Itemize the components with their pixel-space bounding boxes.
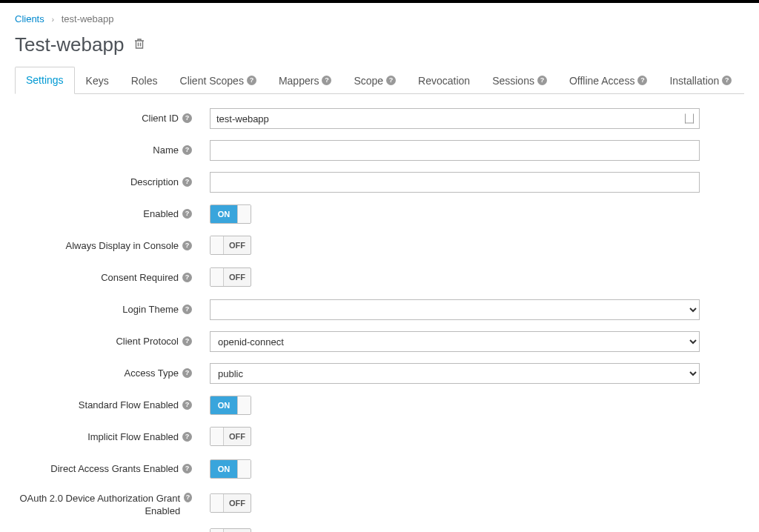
tab-settings[interactable]: Settings xyxy=(15,67,75,94)
help-icon[interactable]: ? xyxy=(182,400,192,410)
help-icon[interactable]: ? xyxy=(182,432,192,442)
help-icon[interactable]: ? xyxy=(182,305,192,314)
tab-roles[interactable]: Roles xyxy=(120,67,169,94)
help-icon[interactable]: ? xyxy=(182,336,192,346)
tab-scope[interactable]: Scope? xyxy=(342,67,407,94)
toggle-knob xyxy=(237,396,251,414)
help-icon[interactable]: ? xyxy=(182,113,192,123)
page-header: Test-webapp xyxy=(15,33,744,56)
login-theme-select[interactable] xyxy=(210,299,700,320)
toggle-label: ON xyxy=(211,396,237,414)
breadcrumb-parent-link[interactable]: Clients xyxy=(15,13,44,24)
access-type-select[interactable]: publicconfidentialbearer-only xyxy=(210,363,700,384)
tab-installation[interactable]: Installation? xyxy=(658,67,743,94)
help-icon[interactable]: ? xyxy=(637,76,647,85)
toggle-label: OFF xyxy=(224,236,251,254)
toggle-knob xyxy=(211,494,224,512)
description-label: Description xyxy=(130,176,179,189)
tab-label: Offline Access xyxy=(569,75,634,87)
help-icon[interactable]: ? xyxy=(322,76,331,85)
tab-label: Settings xyxy=(26,74,64,86)
client-protocol-label: Client Protocol xyxy=(116,336,179,348)
toggle-knob xyxy=(237,205,251,223)
tab-revocation[interactable]: Revocation xyxy=(407,67,481,94)
direct-access-toggle[interactable]: ON xyxy=(210,459,251,479)
toggle-knob xyxy=(211,268,224,286)
client-id-label: Client ID xyxy=(142,113,179,125)
standard-flow-label: Standard Flow Enabled xyxy=(79,399,179,412)
tab-label: Roles xyxy=(131,75,158,87)
tab-label: Mappers xyxy=(279,75,319,87)
standard-flow-toggle[interactable]: ON xyxy=(210,396,251,415)
trash-icon[interactable] xyxy=(134,38,145,53)
toggle-label: OFF xyxy=(224,268,251,286)
help-icon[interactable]: ? xyxy=(386,76,396,85)
help-icon[interactable]: ? xyxy=(182,177,192,187)
implicit-flow-label: Implicit Flow Enabled xyxy=(87,431,179,444)
help-icon[interactable]: ? xyxy=(182,368,192,378)
always-display-toggle[interactable]: OFF xyxy=(210,236,251,255)
settings-form: Client ID ? Name ? Description ? xyxy=(15,107,744,532)
help-icon[interactable]: ? xyxy=(182,241,192,250)
toggle-knob xyxy=(211,236,224,254)
breadcrumb-current: test-webapp xyxy=(62,13,114,24)
tab-label: Client Scopes xyxy=(180,75,244,87)
help-icon[interactable]: ? xyxy=(184,493,192,502)
page-title: Test-webapp xyxy=(15,33,124,56)
direct-access-label: Direct Access Grants Enabled xyxy=(50,463,179,476)
front-channel-logout-toggle[interactable]: OFF xyxy=(210,528,251,532)
tab-mappers[interactable]: Mappers? xyxy=(268,67,342,94)
toggle-knob xyxy=(237,460,251,478)
client-protocol-select[interactable]: openid-connectsaml xyxy=(210,331,700,352)
implicit-flow-toggle[interactable]: OFF xyxy=(210,427,251,446)
description-input[interactable] xyxy=(210,172,700,193)
help-icon[interactable]: ? xyxy=(182,145,192,155)
toggle-label: OFF xyxy=(224,529,251,532)
access-type-label: Access Type xyxy=(125,368,179,380)
name-input[interactable] xyxy=(210,140,700,161)
always-display-label: Always Display in Console xyxy=(66,240,179,253)
help-icon[interactable]: ? xyxy=(722,76,732,85)
tab-client-scopes[interactable]: Client Scopes? xyxy=(169,67,268,94)
help-icon[interactable]: ? xyxy=(182,273,192,282)
login-theme-label: Login Theme xyxy=(122,304,179,316)
toggle-label: ON xyxy=(211,460,237,478)
tab-label: Sessions xyxy=(492,75,534,87)
enabled-toggle[interactable]: ON xyxy=(210,205,251,224)
help-icon[interactable]: ? xyxy=(182,209,192,219)
toggle-label: ON xyxy=(211,205,237,223)
tab-sessions[interactable]: Sessions? xyxy=(481,67,558,94)
toggle-label: OFF xyxy=(224,494,251,512)
tabs: SettingsKeysRolesClient Scopes?Mappers?S… xyxy=(15,67,744,94)
toggle-knob xyxy=(211,428,224,445)
tab-offline-access[interactable]: Offline Access? xyxy=(558,67,658,94)
help-icon[interactable]: ? xyxy=(537,76,547,85)
name-label: Name xyxy=(153,144,179,157)
tab-label: Revocation xyxy=(418,75,470,87)
breadcrumb-separator: › xyxy=(51,15,54,24)
toggle-label: OFF xyxy=(224,428,251,445)
consent-required-toggle[interactable]: OFF xyxy=(210,267,251,287)
tab-label: Keys xyxy=(86,75,109,87)
tab-label: Scope xyxy=(354,75,383,87)
oauth2-device-toggle[interactable]: OFF xyxy=(210,493,251,513)
enabled-label: Enabled xyxy=(143,208,179,221)
help-icon[interactable]: ? xyxy=(247,76,256,85)
tab-label: Installation xyxy=(669,75,719,87)
help-icon[interactable]: ? xyxy=(182,464,192,473)
tab-keys[interactable]: Keys xyxy=(75,67,120,94)
client-id-input[interactable] xyxy=(210,108,700,129)
breadcrumb: Clients › test-webapp xyxy=(15,13,744,24)
oauth2-device-label: OAuth 2.0 Device Authorization Grant Ena… xyxy=(15,493,180,518)
toggle-knob xyxy=(211,529,224,532)
consent-required-label: Consent Required xyxy=(101,272,179,285)
